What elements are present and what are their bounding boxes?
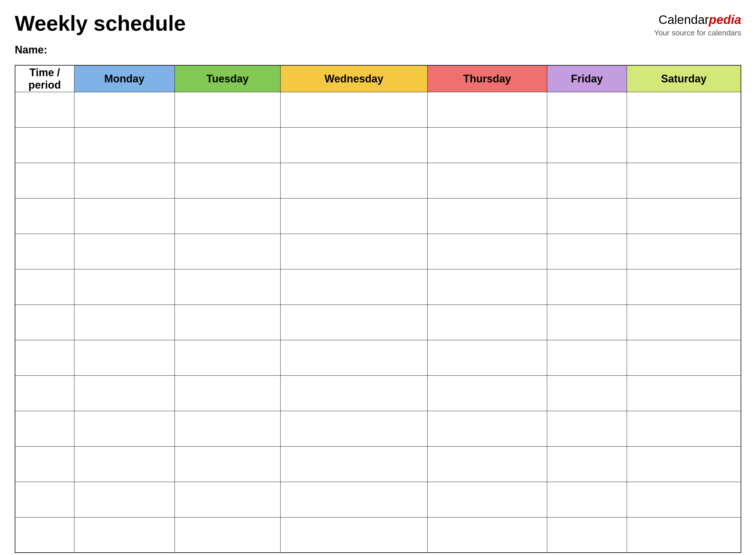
schedule-cell[interactable] [175,446,280,482]
schedule-cell[interactable] [280,482,428,517]
schedule-cell[interactable] [280,446,428,482]
schedule-cell[interactable] [74,446,175,482]
schedule-cell[interactable] [627,517,741,553]
time-cell[interactable] [15,163,74,198]
schedule-cell[interactable] [547,482,627,517]
table-row [15,127,741,163]
time-cell[interactable] [15,482,74,517]
time-cell[interactable] [15,446,74,482]
time-cell[interactable] [15,198,74,233]
schedule-cell[interactable] [547,375,627,411]
schedule-cell[interactable] [74,482,175,517]
schedule-cell[interactable] [280,233,428,269]
schedule-cell[interactable] [175,517,280,553]
schedule-cell[interactable] [74,375,175,411]
schedule-cell[interactable] [175,340,280,375]
schedule-cell[interactable] [280,340,428,375]
schedule-cell[interactable] [74,198,175,233]
schedule-cell[interactable] [74,340,175,375]
time-cell[interactable] [15,411,74,446]
schedule-cell[interactable] [175,304,280,340]
schedule-cell[interactable] [627,411,741,446]
schedule-cell[interactable] [427,375,547,411]
table-row [15,198,741,233]
schedule-cell[interactable] [280,198,428,233]
time-cell[interactable] [15,517,74,553]
schedule-cell[interactable] [74,411,175,446]
schedule-cell[interactable] [547,340,627,375]
schedule-cell[interactable] [280,127,428,163]
schedule-cell[interactable] [74,233,175,269]
table-header-row: Time / period Monday Tuesday Wednesday T… [15,65,741,92]
table-row [15,304,741,340]
schedule-cell[interactable] [427,517,547,553]
schedule-cell[interactable] [74,92,175,127]
col-header-saturday: Saturday [627,65,741,92]
schedule-cell[interactable] [627,163,741,198]
table-row [15,92,741,127]
schedule-cell[interactable] [627,233,741,269]
schedule-cell[interactable] [280,375,428,411]
schedule-cell[interactable] [427,411,547,446]
table-row [15,482,741,517]
schedule-cell[interactable] [175,92,280,127]
schedule-cell[interactable] [547,517,627,553]
schedule-cell[interactable] [547,269,627,304]
time-cell[interactable] [15,127,74,163]
schedule-cell[interactable] [280,269,428,304]
schedule-cell[interactable] [280,304,428,340]
schedule-cell[interactable] [175,375,280,411]
schedule-cell[interactable] [74,269,175,304]
schedule-cell[interactable] [280,92,428,127]
schedule-cell[interactable] [427,340,547,375]
schedule-cell[interactable] [547,198,627,233]
schedule-cell[interactable] [627,446,741,482]
time-cell[interactable] [15,304,74,340]
schedule-cell[interactable] [427,127,547,163]
time-cell[interactable] [15,92,74,127]
table-row [15,411,741,446]
schedule-cell[interactable] [547,127,627,163]
schedule-cell[interactable] [627,198,741,233]
schedule-cell[interactable] [427,233,547,269]
time-cell[interactable] [15,233,74,269]
schedule-cell[interactable] [280,517,428,553]
time-cell[interactable] [15,269,74,304]
schedule-cell[interactable] [547,92,627,127]
time-cell[interactable] [15,340,74,375]
schedule-cell[interactable] [74,304,175,340]
schedule-cell[interactable] [547,304,627,340]
schedule-cell[interactable] [175,198,280,233]
schedule-cell[interactable] [280,163,428,198]
schedule-cell[interactable] [175,482,280,517]
schedule-cell[interactable] [175,411,280,446]
schedule-cell[interactable] [547,233,627,269]
schedule-cell[interactable] [175,127,280,163]
schedule-cell[interactable] [427,92,547,127]
schedule-cell[interactable] [427,269,547,304]
schedule-cell[interactable] [175,269,280,304]
schedule-cell[interactable] [74,163,175,198]
schedule-cell[interactable] [175,233,280,269]
schedule-cell[interactable] [547,446,627,482]
schedule-cell[interactable] [74,517,175,553]
schedule-cell[interactable] [627,482,741,517]
schedule-cell[interactable] [627,127,741,163]
schedule-cell[interactable] [427,446,547,482]
schedule-cell[interactable] [547,163,627,198]
schedule-cell[interactable] [627,304,741,340]
schedule-cell[interactable] [427,304,547,340]
schedule-cell[interactable] [175,163,280,198]
time-cell[interactable] [15,375,74,411]
schedule-cell[interactable] [627,92,741,127]
schedule-cell[interactable] [627,375,741,411]
schedule-cell[interactable] [427,482,547,517]
schedule-cell[interactable] [427,198,547,233]
schedule-cell[interactable] [74,127,175,163]
schedule-cell[interactable] [627,340,741,375]
schedule-cell[interactable] [280,411,428,446]
page-title: Weekly schedule [15,12,186,35]
schedule-cell[interactable] [547,411,627,446]
schedule-cell[interactable] [427,163,547,198]
schedule-cell[interactable] [627,269,741,304]
